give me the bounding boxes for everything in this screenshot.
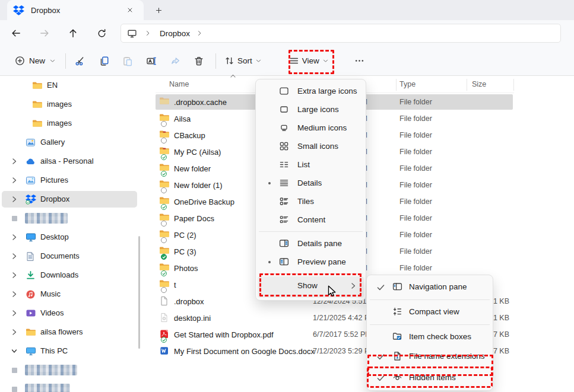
- chevron-right-icon[interactable]: [10, 328, 18, 336]
- copy-icon[interactable]: [92, 51, 116, 71]
- see-more-icon[interactable]: [348, 51, 372, 71]
- sidebar-item-ailsa-flowers[interactable]: ailsa flowers: [0, 323, 141, 342]
- show-submenu-item-navigation-pane[interactable]: Navigation pane: [369, 278, 491, 297]
- file-type: File folder: [399, 247, 432, 256]
- new-button[interactable]: New: [8, 51, 63, 71]
- sidebar-item-label: Dropbox: [40, 195, 69, 203]
- file-explorer-window: Dropbox: [0, 0, 574, 392]
- sidebar-item-downloads[interactable]: Downloads: [0, 266, 141, 285]
- up-button[interactable]: [63, 23, 83, 43]
- column-divider[interactable]: [513, 79, 514, 91]
- sidebar-item-censored[interactable]: [0, 209, 141, 228]
- menu-divider: [370, 299, 490, 300]
- view-menu-item-show[interactable]: Show: [258, 276, 364, 298]
- chevron-right-icon[interactable]: [10, 233, 18, 241]
- column-header-name[interactable]: Name: [169, 80, 189, 88]
- sidebar-scrollbar[interactable]: [138, 236, 140, 349]
- submenu-chevron-icon: [349, 282, 357, 289]
- ailsa-flowers-icon: [26, 327, 36, 337]
- column-header-type[interactable]: Type: [399, 80, 416, 88]
- rename-icon[interactable]: [139, 51, 163, 71]
- menu-divider: [259, 273, 363, 274]
- back-button[interactable]: [6, 23, 26, 43]
- show-submenu-item-item-check-boxes[interactable]: Item check boxes: [369, 327, 491, 347]
- view-button[interactable]: View: [283, 51, 335, 71]
- view-menu-item-content[interactable]: Content: [258, 211, 364, 229]
- preview-pane-icon: [279, 257, 289, 267]
- sidebar-item-censored[interactable]: [0, 380, 141, 392]
- paste-icon[interactable]: [116, 51, 139, 71]
- sidebar-item-documents[interactable]: Documents: [0, 247, 141, 266]
- view-menu-item-medium-icons[interactable]: Medium icons: [258, 119, 364, 137]
- view-menu-item-preview-pane[interactable]: Preview pane: [258, 253, 364, 271]
- file-name: Get Started with Dropbox.pdf: [174, 330, 274, 339]
- sidebar-item-censored[interactable]: [0, 361, 141, 380]
- sidebar-item-label: Gallery: [40, 138, 65, 146]
- sidebar-item-dropbox[interactable]: Dropbox: [0, 190, 141, 209]
- menu-item-label: Large icons: [297, 105, 339, 114]
- sync-status-badge: [161, 154, 167, 160]
- view-menu-item-large-icons[interactable]: Large icons: [258, 100, 364, 119]
- menu-item-label: Medium icons: [297, 123, 347, 132]
- view-menu-item-list[interactable]: List: [258, 155, 364, 174]
- file-type: File folder: [399, 114, 432, 123]
- share-icon[interactable]: [163, 51, 187, 71]
- column-divider[interactable]: [396, 79, 397, 91]
- window-chrome: Dropbox: [0, 0, 574, 76]
- sort-ascending-caret-icon: [229, 73, 237, 79]
- tab-bar: Dropbox: [0, 0, 574, 20]
- sidebar-item-label: ailsa - Personal: [40, 157, 94, 165]
- sync-status-badge: [161, 270, 167, 276]
- view-menu-item-extra-large-icons[interactable]: Extra large icons: [258, 82, 364, 100]
- sort-button[interactable]: Sort: [218, 51, 268, 71]
- new-tab-button[interactable]: [151, 2, 166, 18]
- dropbox-icon: [26, 194, 36, 205]
- sidebar-item-desktop[interactable]: Desktop: [0, 228, 141, 247]
- refresh-button[interactable]: [91, 23, 112, 43]
- tab-close-icon[interactable]: [122, 2, 138, 18]
- chevron-right-icon[interactable]: [10, 157, 18, 165]
- forward-button[interactable]: [34, 23, 55, 43]
- toolbar-divider: [65, 53, 66, 69]
- view-menu-item-tiles[interactable]: Tiles: [258, 192, 364, 211]
- tab-dropbox[interactable]: Dropbox: [7, 0, 144, 20]
- chevron-right-icon[interactable]: [10, 176, 18, 184]
- breadcrumb[interactable]: Dropbox: [160, 29, 190, 38]
- sidebar-item-images[interactable]: images: [0, 114, 141, 133]
- sidebar-item-this-pc[interactable]: This PC: [0, 342, 141, 361]
- show-submenu-item-compact-view[interactable]: Compact view: [369, 302, 491, 322]
- chevron-right-icon[interactable]: [10, 290, 18, 298]
- show-submenu-item-file-name-extensions[interactable]: File name extensions: [369, 347, 491, 366]
- sidebar-item-music[interactable]: Music: [0, 285, 141, 304]
- chevron-right-icon[interactable]: [10, 271, 18, 279]
- chevron-down-icon[interactable]: [10, 347, 18, 355]
- chevron-right-icon[interactable]: [10, 252, 18, 260]
- navigation-row: Dropbox: [0, 20, 574, 46]
- sidebar-item-ailsa-personal[interactable]: ailsa - Personal: [0, 152, 141, 171]
- desktop-ini-icon: [159, 313, 170, 323]
- sidebar-item-gallery[interactable]: Gallery: [0, 133, 141, 152]
- delete-icon[interactable]: [187, 51, 211, 71]
- sidebar-item-en[interactable]: EN: [0, 76, 141, 95]
- file-name: t: [174, 281, 176, 289]
- menu-divider: [259, 231, 363, 232]
- view-button-label: View: [302, 56, 319, 65]
- sidebar-item-pictures[interactable]: Pictures: [0, 171, 141, 190]
- sidebar-item-videos[interactable]: Videos: [0, 304, 141, 323]
- chevron-right-icon[interactable]: [10, 195, 18, 203]
- file-type: File folder: [399, 164, 432, 173]
- details-pane-icon: [279, 238, 289, 248]
- chevron-right-icon[interactable]: [10, 309, 18, 317]
- dropbox-logo-icon: [13, 5, 25, 15]
- view-menu-item-details-pane[interactable]: Details pane: [258, 234, 364, 253]
- address-bar[interactable]: Dropbox: [120, 24, 561, 43]
- show-submenu-item-hidden-items[interactable]: Hidden items: [367, 366, 493, 388]
- column-divider[interactable]: [467, 79, 467, 91]
- sidebar-item-images[interactable]: images: [0, 95, 141, 114]
- view-menu-item-small-icons[interactable]: Small icons: [258, 137, 364, 155]
- column-header-size[interactable]: Size: [472, 80, 486, 88]
- view-menu-item-details[interactable]: Details: [258, 174, 364, 192]
- sync-status-badge: [161, 121, 167, 127]
- cut-icon[interactable]: [68, 51, 92, 71]
- file-name: Photos: [174, 264, 198, 273]
